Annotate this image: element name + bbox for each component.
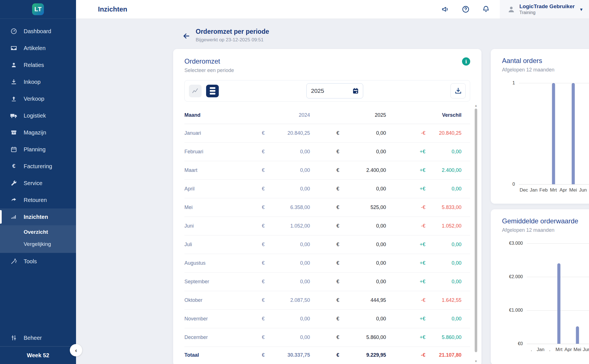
sidebar-item-verkoop[interactable]: Verkoop — [0, 90, 76, 107]
year-input[interactable] — [311, 87, 344, 95]
sidebar-item-beheer[interactable]: Beheer — [0, 329, 76, 346]
calendar-icon[interactable] — [352, 87, 359, 94]
bar-slot — [545, 243, 554, 344]
sidebar-item-logistiek[interactable]: Logistiek — [0, 107, 76, 124]
month-cell: September — [184, 279, 262, 285]
info-icon[interactable]: i — [462, 57, 470, 66]
x-axis-tick-label: . — [527, 347, 536, 352]
diff-amount: 0,00 — [425, 149, 461, 155]
amount-2024: 0,00 — [275, 279, 310, 285]
amount-2025: 0,00 — [351, 242, 386, 248]
table-row: Augustus€0,00€0,00+€0,00 — [184, 254, 470, 273]
help-icon[interactable] — [459, 3, 472, 16]
amount-2024: 0,00 — [275, 149, 310, 155]
currency-2024: € — [262, 260, 275, 266]
back-button[interactable] — [181, 30, 192, 42]
gemiddelde-orderwaarde-chart: €3.000€2.000€1.000€0.Jan.MrtAprMeiJunJul… — [502, 243, 589, 352]
currency-2025: € — [336, 149, 351, 155]
diff-amount: 1.052,00 — [425, 223, 461, 229]
sidebar-collapse-button[interactable]: ‹ — [70, 344, 82, 356]
orderomzet-card: Orderomzet Selecteer een periode i — [173, 49, 481, 364]
announcements-icon[interactable] — [439, 3, 452, 16]
col-verschil: Verschil — [407, 112, 461, 118]
currency-2025: € — [336, 186, 351, 192]
chevron-down-icon[interactable]: ▼ — [575, 7, 583, 12]
sidebar-item-service[interactable]: Service — [0, 175, 76, 192]
sidebar-subitem-overzicht[interactable]: Overzicht — [0, 226, 76, 238]
sidebar-subitem-vergelijking[interactable]: Vergelijking — [0, 238, 76, 250]
table-row: Februari€0,00€0,00+€0,00 — [184, 143, 470, 161]
gridline: 0 — [519, 184, 589, 185]
amount-2025: 5.860,00 — [351, 334, 386, 340]
sidebar-item-inkoop[interactable]: Inkoop — [0, 73, 76, 90]
aantal-orders-subtitle: Afgelopen 12 maanden — [502, 67, 554, 73]
download-button[interactable] — [450, 83, 466, 98]
sidebar-item-artikelen[interactable]: Artikelen — [0, 40, 76, 57]
amount-2024: 30.337,75 — [275, 352, 310, 358]
amount-2025: 525,00 — [351, 205, 386, 210]
table-row: Oktober€2.087,50€444,95-€1.642,55 — [184, 291, 470, 310]
bar-slot — [527, 243, 536, 344]
x-axis-tick-label: Apr — [558, 187, 568, 193]
table-scrollbar[interactable]: ▲ ▼ — [472, 104, 480, 363]
table-view-button[interactable] — [206, 85, 219, 97]
diff-amount: 0,00 — [425, 260, 461, 266]
sidebar-item-planning[interactable]: Planning — [0, 141, 76, 158]
upload-icon — [10, 95, 17, 102]
svg-text:€: € — [12, 163, 15, 169]
month-cell: Juli — [184, 242, 262, 248]
logictrade-logo[interactable]: LT — [32, 3, 44, 15]
bar — [572, 83, 575, 184]
user-name: LogicTrade Gebruiker — [519, 3, 575, 10]
diff-sign: +€ — [407, 334, 425, 340]
page-title: Orderomzet per periode — [196, 28, 269, 35]
diff-amount: 5.860,00 — [425, 334, 461, 340]
year-picker — [306, 83, 363, 98]
sidebar-item-inzichten[interactable]: Inzichten — [0, 208, 76, 225]
user-menu[interactable]: LogicTrade Gebruiker Training ▼ — [500, 0, 589, 19]
notifications-bell-icon[interactable] — [479, 3, 492, 16]
col-2025: 2025 — [336, 112, 386, 118]
y-axis-tick-label: 1 — [512, 80, 515, 86]
page-header-title: Inzichten — [98, 5, 127, 13]
sidebar-item-dashboard[interactable]: Dashboard — [0, 23, 76, 40]
sidebar-item-tools[interactable]: Tools — [0, 253, 76, 270]
diff-sign: +€ — [407, 149, 425, 155]
currency-2025: € — [336, 352, 351, 358]
bar-slot — [529, 83, 539, 184]
bar-slot — [539, 83, 548, 184]
scrollbar-thumb[interactable] — [475, 109, 477, 352]
sidebar-item-label: Inkoop — [24, 79, 41, 85]
person-icon — [10, 61, 17, 69]
currency-2025: € — [336, 223, 351, 229]
table-view-icon — [210, 87, 215, 95]
diff-amount: 20.840,25 — [425, 130, 461, 136]
x-axis-tick-label: Apr — [564, 347, 573, 352]
amount-2025: 0,00 — [351, 260, 386, 266]
currency-2024: € — [262, 316, 275, 322]
aantal-orders-chart: 10DecJanFebMrtAprMeiJunJulAugSepOktNov — [502, 83, 589, 193]
diff-sign: -€ — [407, 297, 425, 303]
sidebar-item-label: Artikelen — [24, 45, 46, 51]
currency-2024: € — [262, 167, 275, 173]
x-axis-tick-label: Mrt — [554, 347, 564, 352]
amount-2024: 0,00 — [275, 167, 310, 173]
amount-2025: 0,00 — [351, 223, 386, 229]
diff-sign: +€ — [407, 316, 425, 322]
x-axis-tick-label: Jan — [536, 347, 545, 352]
chart-view-button[interactable] — [189, 85, 202, 97]
chart-plot-area: €3.000€2.000€1.000€0 — [527, 243, 589, 344]
sidebar-item-label: Dashboard — [24, 28, 51, 35]
diff-amount: 0,00 — [425, 279, 461, 285]
sidebar-bottom: Beheer Week 52 — [0, 329, 76, 364]
amount-2024: 0,00 — [275, 316, 310, 322]
month-cell: Februari — [184, 149, 262, 155]
orderomzet-title: Orderomzet — [184, 57, 234, 65]
sidebar-item-label: Retouren — [24, 197, 47, 203]
diff-amount: 0,00 — [425, 186, 461, 192]
sidebar-item-relaties[interactable]: Relaties — [0, 57, 76, 73]
sidebar-item-retouren[interactable]: Retouren — [0, 192, 76, 208]
period-toolbar — [184, 80, 470, 102]
sidebar-item-magazijn[interactable]: Magazijn — [0, 124, 76, 141]
sidebar-item-facturering[interactable]: €Facturering — [0, 158, 76, 175]
